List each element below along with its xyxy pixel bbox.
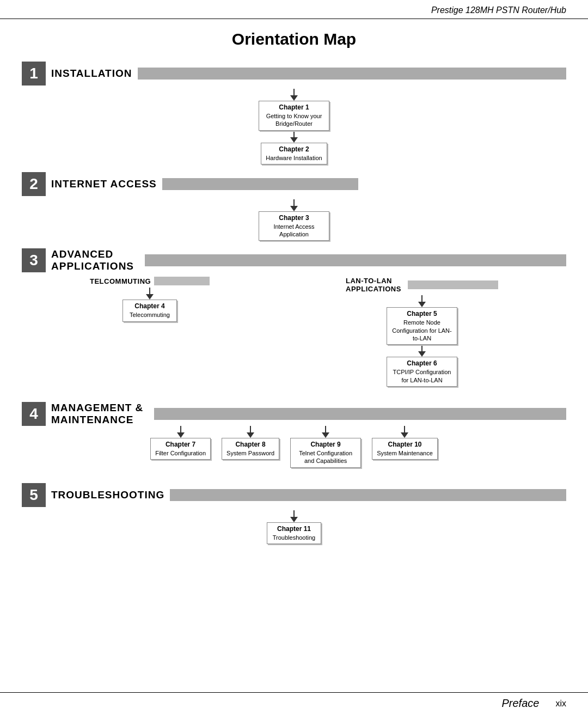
ch9-text: Telnet Configuration and Capabilities [299,450,352,464]
section-4-label-b: MAINTENANCE [51,414,143,426]
arrowhead [322,432,329,438]
chapter-2-box: Chapter 2 Hardware Installation [261,143,327,164]
page-header: Prestige 128MH PSTN Router/Hub [0,0,588,19]
line [293,89,295,95]
line [180,426,181,432]
arrow-to-ch4 [146,288,154,300]
ch3-text: Internet Access Application [273,223,314,237]
arrowhead [290,137,298,143]
advanced-layout: TELCOMMUTING Chapter 4 Telecommuting [22,277,566,386]
ch1-label: Chapter 1 [264,103,324,111]
mgmt-ch8-col: Chapter 8 System Password [222,426,279,468]
chapter-6-box: Chapter 6 TCPI/IP Configuration for LAN-… [387,357,457,387]
arrow-ch5-to-ch6 [418,345,426,357]
ch11-flow: Chapter 11 Troubleshooting [22,510,566,544]
page: Prestige 128MH PSTN Router/Hub Orientati… [0,0,588,714]
chapter-1-box: Chapter 1 Getting to Know your Bridge/Ro… [259,101,329,131]
ch6-label: Chapter 6 [391,359,452,367]
line [293,131,295,137]
line [149,288,150,294]
mgmt-flow: Chapter 7 Filter Configuration Chapter 8… [22,426,566,468]
ch10-text: System Maintenance [377,450,433,456]
section-4-band: 4 MANAGEMENT & MAINTENANCE [22,402,566,426]
arrowhead [290,95,298,101]
section-5: 5 TROUBLESHOOTING Chapter 11 Troubleshoo… [22,483,566,544]
chapter-3-box: Chapter 3 Internet Access Application [259,211,329,241]
arrowhead [401,432,408,438]
section-1-number: 1 [22,62,46,86]
section-2-number: 2 [22,172,46,196]
section-1: 1 INSTALLATION Chapter 1 Getting to Know… [22,62,566,164]
arrowhead [290,206,298,211]
section-4-number: 4 [22,402,46,426]
lan-lan-label-a: LAN-TO-LAN [346,277,401,285]
section-3: 3 ADVANCED APPLICATIONS TELCOMMUTING [22,248,566,386]
section-3-label-b: APPLICATIONS [51,260,134,272]
arrow-to-ch8 [247,426,254,438]
arrowhead [290,517,298,522]
section-1-label: INSTALLATION [51,68,132,80]
ch7-label: Chapter 7 [155,441,206,448]
telcommuting-label: TELCOMMUTING [90,277,151,285]
arrowhead [418,351,426,357]
chapter-4-box: Chapter 4 Telecommuting [122,300,177,321]
mgmt-ch10-col: Chapter 10 System Maintenance [372,426,438,468]
telcommuting-band: TELCOMMUTING [90,277,210,285]
arrowhead [177,432,185,438]
arrow-to-ch7 [177,426,185,438]
telcommuting-col: TELCOMMUTING Chapter 4 Telecommuting [90,277,210,321]
section-2: 2 INTERNET ACCESS Chapter 3 Internet Acc… [22,172,566,241]
chapter-10-box: Chapter 10 System Maintenance [372,438,438,460]
section-2-label: INTERNET ACCESS [51,178,157,190]
chapter-9-box: Chapter 9 Telnet Configuration and Capab… [290,438,361,468]
header-text: Prestige 128MH PSTN Router/Hub [431,5,566,15]
ch2-label: Chapter 2 [266,145,322,153]
ch2-text: Hardware Installation [266,155,322,161]
line [325,426,326,432]
section-1-band: 1 INSTALLATION [22,62,566,86]
telcommuting-bar [154,277,210,285]
lan-lan-col: LAN-TO-LAN APPLICATIONS Chapter 5 Remote… [346,277,498,386]
section-2-band: 2 INTERNET ACCESS [22,172,566,196]
line [421,345,422,351]
ch11-label: Chapter 11 [272,525,316,533]
ch3-label: Chapter 3 [264,214,324,222]
ch7-text: Filter Configuration [155,450,206,456]
footer-page: xix [555,699,566,709]
section-5-number: 5 [22,483,46,507]
arrowhead [418,302,426,307]
arrow-to-ch1 [290,89,298,101]
section-5-band: 5 TROUBLESHOOTING [22,483,566,507]
ch6-text: TCPI/IP Configuration for LAN-to-LAN [393,369,451,383]
content-area: Orientation Map 1 INSTALLATION Chapter 1… [0,19,588,577]
arrow-to-ch3 [290,199,298,211]
page-footer: Preface xix [0,692,588,714]
ch1-text: Getting to Know your Bridge/Router [266,113,322,127]
lan-lan-band: LAN-TO-LAN APPLICATIONS [346,277,498,293]
section-3-label-a: ADVANCED [51,248,134,260]
ch8-text: System Password [226,450,274,456]
line [421,295,422,302]
section-4-label-a: MANAGEMENT & [51,402,143,414]
line [293,510,295,517]
chapter-5-box: Chapter 5 Remote Node Configuration for … [387,307,457,345]
footer-preface: Preface [502,697,540,710]
section-4-bar [154,408,566,420]
ch4-text: Telecommuting [130,312,170,318]
page-title: Orientation Map [22,30,566,48]
mgmt-ch7-col: Chapter 7 Filter Configuration [150,426,211,468]
ch9-label: Chapter 9 [295,441,356,448]
ch5-label: Chapter 5 [391,310,452,318]
arrow-to-ch5 [418,295,426,307]
arrowhead [146,294,154,300]
line [250,426,251,432]
arrowhead [247,432,254,438]
ch4-label: Chapter 4 [127,302,172,310]
section-1-bar [138,68,567,80]
line [293,199,295,206]
arrow-ch1-to-ch2 [290,131,298,143]
lan-lan-label-b: APPLICATIONS [346,285,401,293]
chapter-11-box: Chapter 11 Troubleshooting [267,522,321,544]
arrow-to-ch11 [290,510,298,522]
arrow-to-ch9 [322,426,329,438]
